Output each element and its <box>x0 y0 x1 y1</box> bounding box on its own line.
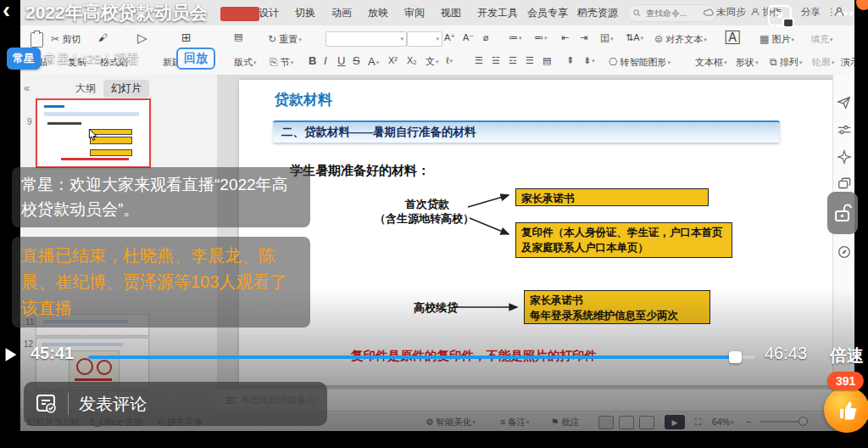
clear-format-icon[interactable]: ⌀ <box>483 32 489 43</box>
line-spacing-icon[interactable]: ⇅A <box>626 32 643 43</box>
font-size-combo[interactable] <box>407 31 442 47</box>
textbox-button[interactable]: 文本框 <box>695 56 727 69</box>
shapes-button[interactable]: 形状 <box>736 56 759 69</box>
subscript-button[interactable]: X₂ <box>407 55 417 65</box>
rotation-unlock-button[interactable] <box>827 192 858 234</box>
menu-review[interactable]: 审阅 <box>404 6 425 20</box>
present-button[interactable]: 演示 <box>841 56 854 69</box>
paper-plane-icon[interactable] <box>837 95 852 110</box>
fill-button[interactable]: 填充 <box>810 33 833 46</box>
align-justify-icon[interactable]: ☰ <box>526 55 534 66</box>
section-icon: ⎘ <box>270 56 278 68</box>
reset-icon: ↻ <box>268 33 276 45</box>
notes-button[interactable]: ≡ 备注 <box>500 417 530 428</box>
comment-placeholder: 发表评论 <box>79 393 147 416</box>
compass-icon[interactable] <box>837 244 852 260</box>
reading-view-icon[interactable] <box>639 416 654 429</box>
font-increase-icon[interactable]: A⁺ <box>444 32 455 43</box>
picture-button[interactable]: ▦ 图片 <box>760 33 794 46</box>
column-spacing-icon[interactable]: ⇟ <box>583 55 595 66</box>
row-spacing-icon[interactable]: ⇞ <box>566 55 574 66</box>
seek-handle[interactable] <box>729 351 742 363</box>
zoom-level[interactable]: 64% <box>712 417 734 427</box>
seek-progress <box>88 356 734 359</box>
recording-indicator <box>856 0 868 10</box>
menu-devtools[interactable]: 开发工具 <box>477 6 518 20</box>
section-button[interactable]: ⎘ 节 <box>270 56 293 69</box>
align-left-icon[interactable]: ☰ <box>475 55 483 66</box>
menu-animation[interactable]: 动画 <box>331 6 352 20</box>
play-from-current-icon[interactable]: ▷ <box>137 31 147 46</box>
picture-in-picture-icon[interactable] <box>767 4 796 30</box>
indent-increase-icon[interactable]: ⇥ <box>580 32 587 43</box>
cut-button[interactable]: ✂ 剪切 <box>51 33 81 46</box>
paste-icon[interactable] <box>31 32 43 48</box>
indent-decrease-icon[interactable]: ⇤ <box>561 32 569 43</box>
smart-graphic-button[interactable]: ⎔ 转智能图形 <box>609 56 670 69</box>
textbox-big-icon[interactable]: 🄰 <box>726 30 740 45</box>
pinyin-button[interactable]: 文 <box>426 55 439 68</box>
slideshow-play-button[interactable]: ▶ <box>665 415 685 429</box>
text-direction-icon[interactable]: 囯 <box>600 32 614 45</box>
comment-input-bar[interactable]: 发表评论 <box>24 382 327 426</box>
layout-icon[interactable]: ▤ <box>234 31 242 42</box>
superscript-button[interactable]: X² <box>388 55 398 65</box>
number-list-icon[interactable]: ≕ <box>534 32 548 43</box>
share-button[interactable]: 分享 <box>801 6 821 19</box>
highlight-icon[interactable]: ℓ <box>446 55 453 65</box>
comments-button[interactable]: ⚑ 批注 <box>551 417 579 428</box>
align-right-icon[interactable]: ☲ <box>509 55 517 66</box>
slide-canvas[interactable]: 贷款材料 二、贷款材料——暑期自行准备的材料 学生暑期准备好的材料： 首次贷款 … <box>239 80 851 385</box>
arrange-button[interactable]: ⧉ 排列 <box>770 56 802 69</box>
menu-docer[interactable]: 稻壳资源 <box>577 6 618 20</box>
player-play-icon[interactable] <box>4 347 18 362</box>
person-icon <box>751 8 760 16</box>
sync-status[interactable]: 未同步 <box>704 6 746 19</box>
new-slide-icon[interactable]: ⊞ <box>181 31 192 44</box>
outline-button[interactable]: 轮廓 <box>812 56 835 69</box>
bullet-list-icon[interactable]: ≔ <box>509 32 522 43</box>
collapse-panel-icon[interactable]: « <box>24 81 30 94</box>
beautify-button[interactable]: ⚙ 智能美化 <box>426 417 476 428</box>
like-button[interactable] <box>824 387 868 433</box>
italic-button[interactable]: I <box>324 54 327 67</box>
bold-button[interactable]: B <box>309 54 316 67</box>
viewer-count: 常星 | 429人观看 <box>44 51 139 67</box>
underline-button[interactable]: U <box>337 54 345 67</box>
search-input[interactable] <box>644 8 707 19</box>
back-button[interactable]: ‹ <box>3 0 10 24</box>
menu-design[interactable]: 设计 <box>259 6 279 20</box>
streamer-badge[interactable]: 常星 <box>7 48 41 70</box>
sliders-icon[interactable] <box>837 122 852 137</box>
menu-slideshow[interactable]: 放映 <box>368 6 388 20</box>
slide-thumbnail-9[interactable] <box>36 98 151 168</box>
overflow-dots-icon[interactable]: ••• <box>837 7 855 20</box>
font-family-combo[interactable] <box>326 31 407 47</box>
tab-slides[interactable]: 幻灯片 <box>103 80 149 98</box>
align-center-icon[interactable]: ☱ <box>492 55 500 66</box>
window-switch-icon[interactable] <box>837 176 852 192</box>
align-text-button[interactable]: ⊜ 对齐文本 <box>654 33 707 46</box>
reset-button[interactable]: ↻ 重置 <box>268 33 302 46</box>
sorter-view-icon[interactable] <box>619 416 634 429</box>
menu-view[interactable]: 视图 <box>441 6 461 20</box>
fit-screen-icon[interactable]: ⛶ <box>695 417 701 428</box>
font-decrease-icon[interactable]: A⁻ <box>463 32 474 43</box>
renew-loan-label: 高校续贷 <box>414 300 458 316</box>
format-painter-icon[interactable]: 🖌︎ <box>98 32 108 42</box>
distribute-icon[interactable]: ▤ <box>542 55 551 66</box>
layout-button[interactable]: 版式 <box>234 56 257 69</box>
tab-outline[interactable]: 大纲 <box>68 80 103 98</box>
magic-star-icon[interactable] <box>837 149 852 165</box>
menu-member[interactable]: 会员专享 <box>527 6 568 20</box>
normal-view-icon[interactable] <box>598 416 614 429</box>
strike-button[interactable]: S <box>353 54 360 67</box>
cursor-icon <box>88 129 98 141</box>
flag-icon: ⚑ <box>551 417 559 427</box>
playback-speed-button[interactable]: 倍速 <box>830 344 864 367</box>
zoom-out-icon[interactable]: − <box>746 417 751 427</box>
zoom-slider-handle[interactable] <box>798 417 808 426</box>
menu-transition[interactable]: 切换 <box>295 6 315 20</box>
wps-toolbar: ✂ 剪切 🖌︎ ▷ ⊞ ▤ ↻ 重置 A⁺ A⁻ ⌀ ≔ ≕ ⇤ ⇥ 囯 ⇅A … <box>20 25 854 76</box>
seek-bar[interactable] <box>88 356 754 359</box>
